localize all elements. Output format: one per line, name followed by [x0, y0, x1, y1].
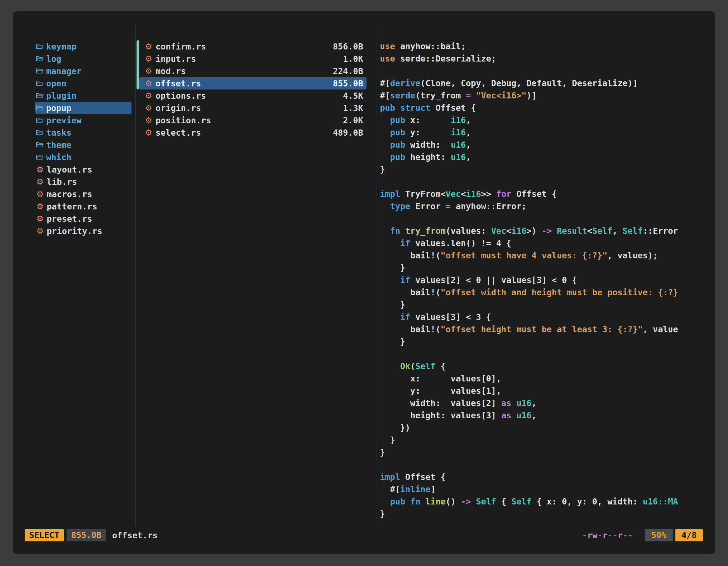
- file-name: mod.rs: [156, 66, 186, 76]
- rust-file-icon: ⚙: [144, 92, 153, 100]
- item-label: keymap: [46, 42, 76, 51]
- item-label: plugin: [46, 91, 76, 101]
- file-size: 4.5K: [343, 91, 363, 101]
- code-line: fn try_from(values: Vec<i16>) -> Result<…: [380, 225, 715, 237]
- sidebar-item-pattern-rs[interactable]: ⚙pattern.rs: [35, 200, 131, 213]
- file-row-select-rs[interactable]: ⚙select.rs489.0B: [139, 126, 367, 139]
- rust-file-icon: ⚙: [144, 116, 153, 125]
- sidebar-item-log[interactable]: log: [35, 53, 131, 65]
- file-row-offset-rs[interactable]: ⚙offset.rs855.0B: [139, 77, 367, 90]
- code-line: [380, 459, 715, 471]
- code-line: [380, 176, 715, 188]
- scrollbar-indicator[interactable]: [137, 40, 139, 90]
- rust-file-icon: ⚙: [36, 166, 44, 174]
- item-label: which: [46, 152, 71, 162]
- preview-pane: use anyhow::bail;use serde::Deserialize;…: [377, 25, 715, 526]
- sidebar-item-theme[interactable]: theme: [35, 139, 131, 151]
- code-line: impl Offset {: [380, 471, 715, 483]
- sidebar-item-lib-rs[interactable]: ⚙lib.rs: [35, 176, 131, 188]
- status-bar: SELECT 855.0B offset.rs -rw-r--r-- 50% 4…: [25, 529, 703, 541]
- rust-file-icon: ⚙: [36, 178, 44, 186]
- file-size: 856.0B: [333, 42, 363, 51]
- code-line: pub struct Offset {: [380, 102, 715, 114]
- code-line: use anyhow::bail;: [380, 40, 715, 53]
- file-size: 1.0K: [343, 54, 363, 64]
- code-line: pub x: i16,: [380, 114, 715, 126]
- code-line: impl TryFrom<Vec<i16>> for Offset {: [380, 188, 715, 200]
- file-name: options.rs: [156, 91, 206, 101]
- folder-icon: [36, 43, 44, 50]
- mode-badge: SELECT: [25, 529, 64, 541]
- item-label: tasks: [46, 128, 71, 138]
- sidebar-item-plugin[interactable]: plugin: [35, 90, 131, 102]
- file-name: offset.rs: [156, 79, 201, 88]
- code-line: pub height: u16,: [380, 151, 715, 163]
- sidebar-item-open[interactable]: open: [35, 77, 131, 90]
- file-name: confirm.rs: [156, 42, 206, 51]
- sidebar-item-tasks[interactable]: tasks: [35, 126, 131, 139]
- file-row-mod-rs[interactable]: ⚙mod.rs224.0B: [139, 65, 367, 77]
- terminal-window: keymaplogmanageropenpluginpopuppreviewta…: [13, 11, 715, 554]
- item-label: priority.rs: [47, 226, 102, 236]
- sidebar-item-macros-rs[interactable]: ⚙macros.rs: [35, 188, 131, 200]
- code-line: [380, 213, 715, 225]
- sidebar-item-layout-rs[interactable]: ⚙layout.rs: [35, 163, 131, 176]
- code-line: }: [380, 163, 715, 176]
- file-name: select.rs: [156, 128, 201, 138]
- file-row-input-rs[interactable]: ⚙input.rs1.0K: [139, 53, 367, 65]
- code-line: }: [380, 335, 715, 348]
- code-line: width: values[2] as u16,: [380, 397, 715, 409]
- item-label: popup: [46, 103, 71, 113]
- code-line: [380, 348, 715, 360]
- item-label: manager: [46, 66, 81, 76]
- item-label: macros.rs: [47, 189, 92, 199]
- folder-icon: [36, 80, 44, 87]
- code-line: pub fn line() -> Self { Self { x: 0, y: …: [380, 495, 715, 508]
- code-line: Ok(Self {: [380, 360, 715, 372]
- code-line: y: values[1],: [380, 385, 715, 397]
- code-line: [380, 65, 715, 77]
- rust-file-icon: ⚙: [36, 190, 44, 198]
- folder-icon: [36, 105, 44, 111]
- file-size: 489.0B: [333, 128, 363, 138]
- file-row-options-rs[interactable]: ⚙options.rs4.5K: [139, 90, 367, 102]
- file-name: origin.rs: [156, 103, 201, 113]
- sidebar-item-preview[interactable]: preview: [35, 114, 131, 126]
- rust-file-icon: ⚙: [36, 215, 44, 223]
- folder-icon: [36, 55, 44, 62]
- code-line: }: [380, 508, 715, 520]
- item-label: open: [46, 79, 66, 88]
- scroll-percent-badge: 50%: [645, 529, 673, 541]
- file-size: 855.0B: [333, 79, 363, 88]
- rust-file-icon: ⚙: [144, 67, 153, 75]
- folder-icon: [36, 117, 44, 124]
- item-label: layout.rs: [47, 165, 92, 175]
- folder-icon: [36, 142, 44, 148]
- code-line: }: [380, 434, 715, 446]
- code-line: }: [380, 446, 715, 459]
- sidebar-item-popup[interactable]: popup: [35, 102, 131, 114]
- rust-file-icon: ⚙: [144, 79, 153, 88]
- rust-file-icon: ⚙: [36, 227, 44, 235]
- code-line: pub y: i16,: [380, 126, 715, 139]
- file-row-origin-rs[interactable]: ⚙origin.rs1.3K: [139, 102, 367, 114]
- item-label: preset.rs: [47, 214, 92, 224]
- code-line: pub width: u16,: [380, 139, 715, 151]
- code-line: height: values[3] as u16,: [380, 409, 715, 422]
- file-name: position.rs: [156, 116, 211, 125]
- file-permissions: -rw-r--r--: [582, 530, 633, 540]
- sidebar-item-priority-rs[interactable]: ⚙priority.rs: [35, 225, 131, 237]
- code-line: #[serde(try_from = "Vec<i16>")]: [380, 90, 715, 102]
- current-pane: ⚙confirm.rs856.0B⚙input.rs1.0K⚙mod.rs224…: [135, 25, 377, 526]
- sidebar-item-preset-rs[interactable]: ⚙preset.rs: [35, 213, 131, 225]
- file-row-position-rs[interactable]: ⚙position.rs2.0K: [139, 114, 367, 126]
- file-row-confirm-rs[interactable]: ⚙confirm.rs856.0B: [139, 40, 367, 53]
- sidebar-item-which[interactable]: which: [35, 151, 131, 163]
- file-size: 224.0B: [333, 66, 363, 76]
- code-line: bail!("offset width and height must be p…: [380, 286, 715, 299]
- rust-file-icon: ⚙: [144, 129, 153, 137]
- folder-icon: [36, 92, 44, 99]
- rust-file-icon: ⚙: [144, 55, 153, 63]
- sidebar-item-keymap[interactable]: keymap: [35, 40, 131, 53]
- sidebar-item-manager[interactable]: manager: [35, 65, 131, 77]
